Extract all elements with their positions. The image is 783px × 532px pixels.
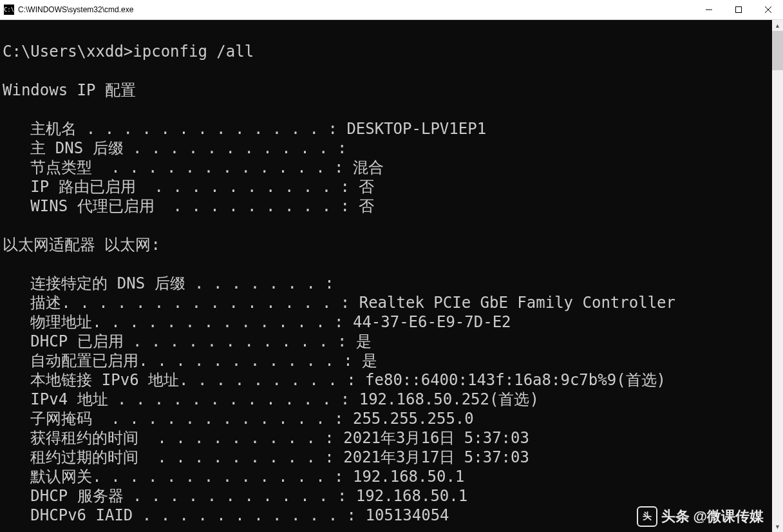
close-button[interactable] [753, 0, 783, 19]
svg-rect-1 [736, 7, 742, 13]
scroll-up-arrow-icon[interactable]: ▲ [772, 20, 783, 31]
minimize-button[interactable] [694, 0, 724, 19]
scroll-down-arrow-icon[interactable]: ▼ [772, 521, 783, 532]
watermark-prefix: 头条 [661, 507, 690, 526]
vertical-scrollbar[interactable]: ▲ ▼ [772, 20, 783, 532]
cmd-icon: C:\ [4, 5, 14, 15]
scroll-track[interactable] [772, 31, 783, 521]
window-controls [694, 0, 783, 19]
maximize-button[interactable] [724, 0, 753, 19]
client-area: C:\Users\xxdd>ipconfig /all Windows IP 配… [0, 20, 783, 532]
scroll-thumb[interactable] [772, 31, 783, 70]
watermark-handle: @微课传媒 [693, 507, 764, 526]
window-title: C:\WINDOWS\system32\cmd.exe [18, 5, 694, 14]
titlebar[interactable]: C:\ C:\WINDOWS\system32\cmd.exe [0, 0, 783, 20]
cmd-window: C:\ C:\WINDOWS\system32\cmd.exe C:\Users… [0, 0, 783, 532]
watermark: 头 头条 @微课传媒 [637, 506, 764, 527]
terminal-output[interactable]: C:\Users\xxdd>ipconfig /all Windows IP 配… [0, 20, 772, 532]
watermark-icon: 头 [637, 506, 657, 527]
